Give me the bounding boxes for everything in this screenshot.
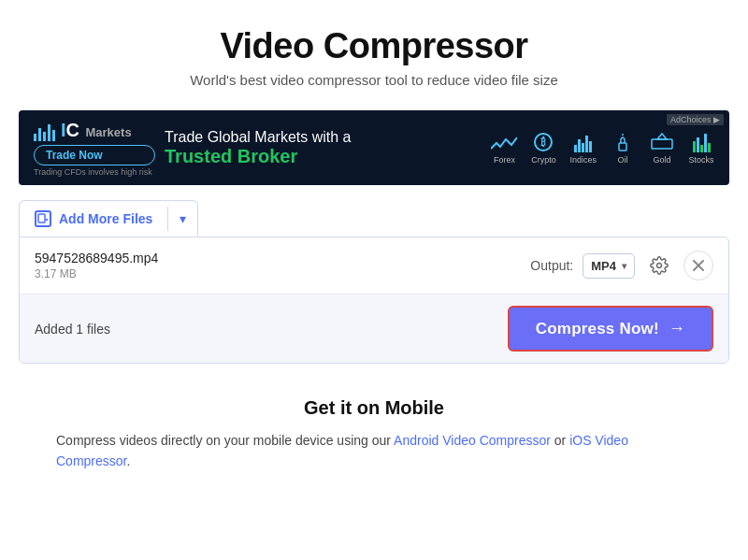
compress-arrow-icon: → (669, 319, 685, 338)
add-files-label: Add More Files (59, 211, 152, 226)
mobile-description: Compress videos directly on your mobile … (56, 430, 692, 472)
oil-icon (610, 132, 636, 152)
stocks-label: Stocks (688, 155, 713, 165)
output-format-value: MP4 (591, 259, 616, 273)
footer-row: Added 1 files Compress Now! → (20, 294, 728, 363)
ad-ic-text: IC Markets (61, 120, 132, 141)
stocks-icon (688, 132, 714, 152)
stocks-bars (693, 134, 711, 152)
page-header: Video Compressor World's best video comp… (0, 0, 748, 97)
settings-button[interactable] (644, 251, 674, 280)
file-info: 5947528689495.mp4 3.17 MB (35, 251, 530, 280)
svg-point-9 (657, 264, 662, 268)
oil-label: Oil (618, 155, 628, 165)
ad-logo: IC Markets (34, 119, 137, 141)
ad-icon-forex: Forex (491, 132, 517, 165)
ad-logo-section: IC Markets Trade Now Trading CFDs involv… (34, 119, 155, 177)
dropdown-chevron-icon: ▾ (180, 211, 186, 226)
add-files-button[interactable]: Add More Files (20, 201, 167, 237)
gold-label: Gold (653, 155, 670, 165)
ad-icon-stocks: Stocks (688, 132, 714, 165)
mobile-section: Get it on Mobile Compress videos directl… (0, 364, 748, 481)
ad-icon-gold: Gold (649, 132, 675, 165)
ad-line2: Trusted Broker (165, 146, 482, 167)
svg-rect-4 (652, 139, 672, 149)
mobile-desc-before: Compress videos directly on your mobile … (56, 433, 394, 448)
toolbar-dropdown-button[interactable]: ▾ (168, 201, 197, 237)
android-link[interactable]: Android Video Compressor (394, 433, 551, 448)
toolbar: Add More Files ▾ (19, 200, 198, 237)
page-title: Video Compressor (19, 26, 729, 66)
ad-trade-btn[interactable]: Trade Now (34, 145, 155, 165)
compress-now-button[interactable]: Compress Now! → (508, 306, 713, 352)
ad-logo-bars (34, 119, 55, 141)
svg-rect-2 (619, 143, 626, 151)
remove-file-button[interactable] (683, 251, 713, 280)
ad-icons: Forex ₿ Crypto Ind (491, 132, 714, 165)
indices-icon (570, 132, 597, 152)
mobile-desc-after: . (126, 453, 130, 468)
page-subtitle: World's best video compressor tool to re… (19, 72, 729, 88)
ad-choices-label: AdChoices ▶ (667, 114, 724, 125)
indices-bars (574, 134, 592, 152)
ad-icon-indices: Indices (569, 132, 597, 165)
svg-text:₿: ₿ (540, 136, 546, 148)
compress-label: Compress Now! (536, 320, 659, 338)
mobile-desc-mid: or (551, 433, 569, 448)
crypto-icon: ₿ (530, 132, 556, 152)
output-label: Output: (530, 258, 573, 273)
add-file-icon (35, 210, 51, 227)
output-chevron-icon: ▾ (622, 261, 626, 271)
indices-label: Indices (569, 155, 597, 165)
mobile-heading: Get it on Mobile (19, 397, 729, 419)
ad-banner: AdChoices ▶ IC Markets Trade Now Trading… (19, 110, 729, 185)
main-content: Add More Files ▾ 5947528689495.mp4 3.17 … (0, 200, 748, 364)
file-container: 5947528689495.mp4 3.17 MB Output: MP4 ▾ (19, 237, 729, 364)
ad-line1: Trade Global Markets with a (165, 129, 482, 146)
output-format-select[interactable]: MP4 ▾ (583, 253, 635, 279)
file-name: 5947528689495.mp4 (35, 251, 530, 266)
ad-icon-oil: Oil (610, 132, 636, 165)
ad-middle: Trade Global Markets with a Trusted Brok… (155, 129, 491, 167)
ad-icon-crypto: ₿ Crypto (530, 132, 556, 165)
svg-marker-5 (657, 134, 667, 139)
crypto-label: Crypto (531, 155, 556, 165)
file-row: 5947528689495.mp4 3.17 MB Output: MP4 ▾ (20, 237, 728, 294)
file-controls: Output: MP4 ▾ (530, 251, 713, 280)
file-size: 3.17 MB (35, 267, 530, 280)
added-files-label: Added 1 files (35, 322, 508, 337)
ad-risk-label: Trading CFDs involves high risk (34, 167, 155, 177)
gold-icon (649, 132, 675, 152)
svg-rect-6 (38, 214, 45, 223)
forex-icon (491, 132, 517, 152)
forex-label: Forex (494, 155, 515, 165)
ad-markets-label: Markets (85, 125, 131, 139)
